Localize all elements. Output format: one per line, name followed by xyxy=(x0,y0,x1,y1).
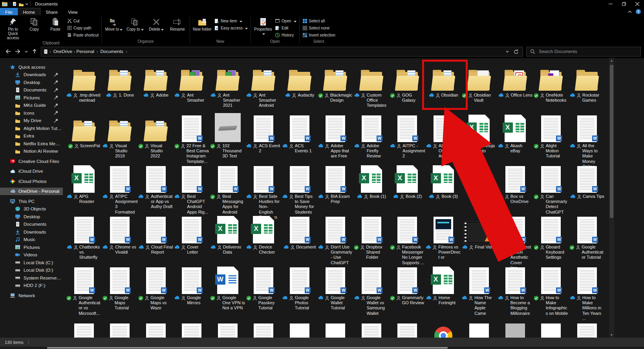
collapse-ribbon-chevron-icon[interactable] xyxy=(628,11,632,13)
file-item-final-video[interactable]: Final Video xyxy=(461,212,498,270)
file-item-google-passkey-tutorial[interactable]: WGoogle Passkey Tutorial xyxy=(246,263,282,321)
sidebar-item-quick-access[interactable]: Quick access xyxy=(0,63,63,71)
invert-selection-button[interactable]: Invert selection xyxy=(301,31,337,38)
file-item-google-wallet-tutorial[interactable]: WGoogle Wallet Tutorial xyxy=(318,263,354,321)
file-item-onenote-notebooks[interactable]: OneNote Notebooks xyxy=(533,60,569,111)
file-item-gog-galaxy[interactable]: GOG Galaxy xyxy=(390,60,426,111)
tab-home[interactable]: Home xyxy=(18,8,41,15)
file-item-google-authenticator-vs-microsoft-[interactable]: WGoogle Authenticator vs Microsoft... xyxy=(66,263,102,321)
sidebar-item-downloads[interactable]: Downloads xyxy=(0,71,63,79)
file-item-partial[interactable] xyxy=(569,313,605,338)
help-icon[interactable]: ? xyxy=(636,9,641,14)
back-icon[interactable] xyxy=(3,47,13,56)
address-dropdown-chevron-icon[interactable] xyxy=(506,51,509,53)
file-item-google-authenticator-tutorial[interactable]: WGoogle Authenticator Tutorial xyxy=(569,212,605,270)
select-all-button[interactable]: Select all xyxy=(301,17,337,24)
sidebar-item-pictures[interactable]: Pictures xyxy=(0,243,63,251)
file-item-partial[interactable] xyxy=(461,313,498,338)
sidebar-item-documents[interactable]: Documents xyxy=(0,86,63,94)
breadcrumb-documents[interactable]: Documents xyxy=(99,49,125,54)
sidebar-item-desktop[interactable]: Desktop xyxy=(0,213,63,221)
sidebar-item-this-pc[interactable]: This PC xyxy=(0,197,63,205)
file-item-office-lens[interactable]: Office Lens xyxy=(497,60,533,111)
file-item-don-t-use-grammarly-use-chatgpt[interactable]: WDon't Use Grammarly - Use ChatGPT xyxy=(318,212,354,270)
minimize-button[interactable] xyxy=(604,0,617,8)
new-folder-button[interactable]: New folder xyxy=(192,16,213,31)
file-item-aitpc-assignment-2[interactable]: WAITPC - Assignment 2 xyxy=(390,111,426,169)
sidebar-item-system-reserved-e-[interactable]: System Reserved (E:) xyxy=(0,274,63,282)
file-item-bia-exam-prep[interactable]: WBIA Exam Prep xyxy=(318,161,354,220)
close-button[interactable] xyxy=(631,0,644,8)
file-item-partial[interactable] xyxy=(174,313,210,338)
file-item-book-1-[interactable]: XBook (1) xyxy=(353,161,390,220)
file-item-facebook-messenger-no-longer-supports-[interactable]: WFacebook Messenger No Longer Supports .… xyxy=(390,212,426,270)
file-item-how-to-make-infographics-on-mobile[interactable]: WHow to Make Infographics on Mobile xyxy=(533,263,569,321)
restore-button[interactable] xyxy=(617,0,631,8)
file-item-visual-studio-2019[interactable]: Visual Studio 2019 xyxy=(102,111,138,169)
file-item-gboard-keyboard-settings[interactable]: WGboard Keyboard Settings xyxy=(533,212,569,270)
file-item-how-to-become-a-blogging-millionaire[interactable]: WHow to Become a Blogging Millionaire xyxy=(497,263,533,321)
file-item-best-messaging-apps-for-android[interactable]: WBest Messaging Apps for Android xyxy=(210,161,246,220)
search-box[interactable] xyxy=(526,47,641,57)
sidebar-item-icons[interactable]: Icons xyxy=(0,109,63,117)
file-item-all-the-ways-to-make-money-online[interactable]: WAll the Ways to Make Money Online xyxy=(569,111,605,169)
file-item-best-tips-to-save-money-for-students[interactable]: WBest Tips to Save Money for Students xyxy=(282,161,318,220)
file-item--tmp-drivedownload[interactable]: .tmp.drivedownload xyxy=(66,60,102,111)
file-item-blackmagic-design[interactable]: Blackmagic Design xyxy=(318,60,354,111)
file-item-ant-smasher-android[interactable]: Ant Smasher Android xyxy=(246,60,282,111)
forward-icon[interactable] xyxy=(13,47,23,56)
file-item-1-done[interactable]: 1. Done xyxy=(102,60,138,111)
file-item-audacity[interactable]: Audacity xyxy=(282,60,318,111)
file-item-adobe-firefly-review[interactable]: WAdobe Firefly Review xyxy=(353,111,390,169)
file-item-how-to-make-millions-in-ten-years-[interactable]: WHow to Make Millions in Ten Years ... xyxy=(569,263,605,321)
file-item-book-2-[interactable]: XBook (2) xyxy=(390,161,426,220)
sidebar-item-documents[interactable]: Documents xyxy=(0,221,63,228)
breadcrumb-onedrive[interactable]: OneDrive - Personal xyxy=(52,49,96,54)
file-item-102-thousand-3d-text[interactable]: 102 Thousand 3D Text xyxy=(210,111,246,169)
file-item-best-side-hustles-for-non-english-speake[interactable]: WBest Side Hustles for Non-English Speak… xyxy=(246,161,282,220)
file-item-akash-ebay[interactable]: XAkash eBay xyxy=(497,111,533,169)
file-item-google-photos-tutorial[interactable]: WGoogle Photos Tutorial xyxy=(282,263,318,321)
search-input[interactable] xyxy=(538,49,637,54)
sidebar-item-desktop[interactable]: Desktop xyxy=(0,79,63,86)
file-item-filmora-vs-powerdirect-or[interactable]: WFilmora vs PowerDirect or xyxy=(425,212,461,270)
sidebar-item-mks-guide[interactable]: MKs Guide xyxy=(0,102,63,110)
cut-button[interactable]: Cut xyxy=(66,17,100,24)
file-item-adobe[interactable]: Adobe xyxy=(138,60,174,111)
file-item-alight-motion-tutorial[interactable]: WAlight Motion Tutorial xyxy=(533,111,569,169)
file-item-best-chatgpt-android-apps-rig-[interactable]: WBest ChatGPT Android Apps Rig... xyxy=(174,161,210,220)
file-item-partial[interactable] xyxy=(533,313,569,338)
sidebar-item-hdd-2-f-[interactable]: HDD 2 (F:) xyxy=(0,282,63,290)
file-item-chatbooks-vs-shutterfly[interactable]: WChatbooks vs. Shutterfly xyxy=(66,212,102,270)
file-item-obsidian-vault[interactable]: Obsidian Vault xyxy=(461,60,498,111)
rename-button[interactable]: Rename xyxy=(167,16,188,31)
file-item-google-one-vpn-is-not-a-vpn[interactable]: WGoogle One VPN is Not a VPN xyxy=(210,263,246,321)
scroll-down-arrow-icon[interactable]: ▼ xyxy=(609,332,614,338)
file-item-bo[interactable]: XBo xyxy=(461,161,498,220)
breadcrumb[interactable]: › OneDrive - Personal › Documents › xyxy=(41,47,523,57)
history-button[interactable]: History xyxy=(274,31,297,38)
sidebar-item-icloud-photos[interactable]: iCloud Photos xyxy=(0,177,63,185)
refresh-icon[interactable] xyxy=(514,49,519,54)
file-item-google-maps-vs-waze[interactable]: WGoogle Maps vs Waze xyxy=(138,263,174,321)
paste-button[interactable]: Paste xyxy=(45,16,66,31)
vertical-scrollbar-thumb[interactable] xyxy=(610,65,613,218)
file-item-atipc-assignment-3-formatted[interactable]: WATIPC Assignment 3 Formatted xyxy=(102,161,138,220)
sidebar-item-network[interactable]: Network xyxy=(0,292,63,300)
file-item-partial[interactable] xyxy=(102,313,138,338)
file-item-how-the-name-apple-came[interactable]: WHow The Name Apple Came xyxy=(461,263,498,321)
new-item-button[interactable]: New item xyxy=(213,17,249,24)
file-item-grammarly-go-review[interactable]: WGrammarly GO Review xyxy=(390,263,426,321)
sidebar-item-downloads[interactable]: Downloads xyxy=(0,228,63,236)
sidebar-item-my-drive[interactable]: My Drive xyxy=(0,117,63,125)
file-item-chrome-vs-vivaldi[interactable]: WChrome vs Vivaldi xyxy=(102,212,138,270)
quick-access-properties-icon[interactable] xyxy=(12,2,17,6)
sidebar-item-netflix-extra-member[interactable]: Netflix Extra Member xyxy=(0,140,63,148)
sidebar-item-pictures[interactable]: Pictures xyxy=(0,94,63,102)
sidebar-item-icloud-drive[interactable]: iCloud Drive xyxy=(0,168,63,175)
move-to-button[interactable]: Move to xyxy=(103,16,124,31)
copy-to-button[interactable]: Copy to xyxy=(124,16,146,31)
file-item-partial[interactable] xyxy=(246,313,282,338)
file-item-authenticator-app-vs-authy-draft[interactable]: WAuthenticator App vs Authy Draft xyxy=(138,161,174,220)
sidebar-item-3d-objects[interactable]: 3D Objects xyxy=(0,205,63,213)
